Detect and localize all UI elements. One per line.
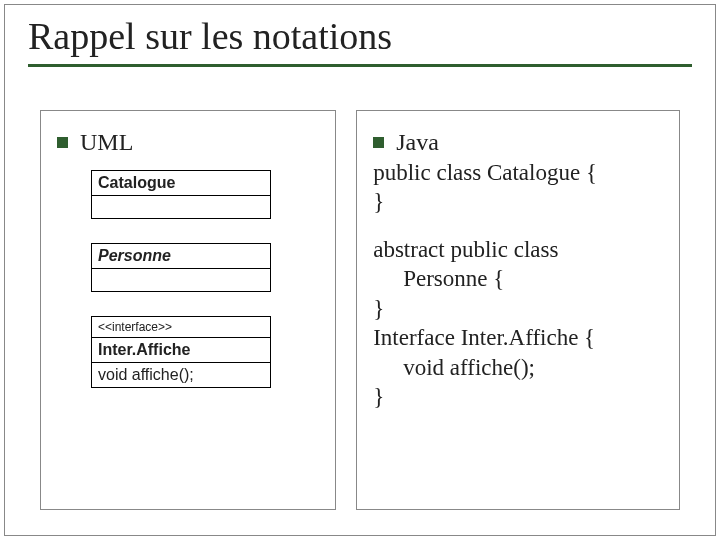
code-line: }	[373, 382, 663, 411]
code-line: }	[373, 294, 663, 323]
uml-catalogue-empty	[92, 196, 270, 218]
uml-personne-name: Personne	[92, 244, 270, 269]
columns: UML Catalogue Personne <<interface>> Int…	[40, 110, 680, 510]
slide-title: Rappel sur les notations	[28, 14, 692, 58]
title-wrap: Rappel sur les notations	[28, 14, 692, 67]
uml-interaffiche-stereo: <<interface>>	[92, 317, 270, 338]
right-column: Java public class Catalogue { } abstract…	[356, 110, 680, 510]
left-heading-row: UML	[57, 129, 319, 156]
uml-box-interaffiche: <<interface>> Inter.Affiche void affiche…	[91, 316, 271, 388]
bullet-icon	[57, 137, 68, 148]
left-column: UML Catalogue Personne <<interface>> Int…	[40, 110, 336, 510]
code-line: Interface Inter.Affiche {	[373, 323, 663, 352]
uml-box-personne: Personne	[91, 243, 271, 292]
left-heading: UML	[80, 129, 133, 156]
code-line: }	[373, 187, 663, 216]
code-line: Personne {	[373, 264, 663, 293]
uml-box-catalogue: Catalogue	[91, 170, 271, 219]
bullet-icon	[373, 137, 384, 148]
right-heading: Java	[396, 129, 439, 156]
uml-interaffiche-name: Inter.Affiche	[92, 338, 270, 363]
uml-personne-empty	[92, 269, 270, 291]
uml-catalogue-name: Catalogue	[92, 171, 270, 196]
code-line: public class Catalogue {	[373, 158, 663, 187]
code-block-catalogue: public class Catalogue { }	[373, 158, 663, 217]
code-line: abstract public class	[373, 235, 663, 264]
uml-interaffiche-method: void affiche();	[92, 363, 270, 387]
code-block-rest: abstract public class Personne { } Inter…	[373, 235, 663, 412]
right-heading-row: Java	[373, 129, 663, 156]
code-line: void affiche();	[373, 353, 663, 382]
